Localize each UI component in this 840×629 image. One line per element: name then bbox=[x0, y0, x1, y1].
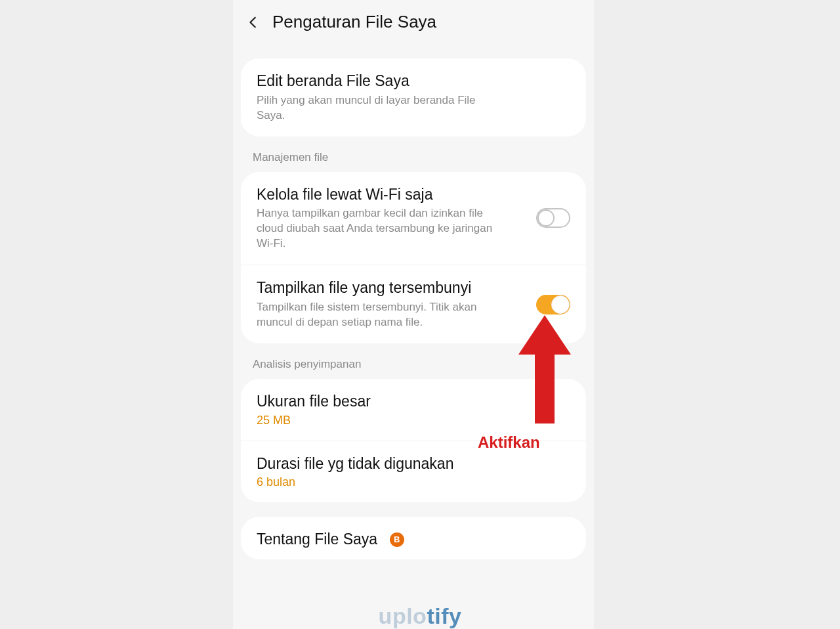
card-storage-analysis: Ukuran file besar 25 MB Durasi file yg t… bbox=[241, 379, 586, 503]
card-edit-home: Edit beranda File Saya Pilih yang akan m… bbox=[241, 58, 586, 137]
row-show-hidden-files[interactable]: Tampilkan file yang tersembunyi Tampilka… bbox=[241, 265, 586, 343]
header-bar: Pengaturan File Saya bbox=[233, 0, 594, 58]
row-about-my-files[interactable]: Tentang File Saya B bbox=[241, 517, 586, 559]
row-title: Ukuran file besar bbox=[257, 392, 570, 411]
section-label-storage-analysis: Analisis penyimpanan bbox=[233, 358, 594, 379]
row-value: 25 MB bbox=[257, 414, 570, 427]
section-label-file-management: Manajemen file bbox=[233, 151, 594, 172]
row-title: Edit beranda File Saya bbox=[257, 72, 570, 91]
card-about: Tentang File Saya B bbox=[241, 517, 586, 559]
row-title: Durasi file yg tidak digunakan bbox=[257, 454, 570, 473]
row-wifi-only[interactable]: Kelola file lewat Wi-Fi saja Hanya tampi… bbox=[241, 172, 586, 265]
settings-screen: Pengaturan File Saya Edit beranda File S… bbox=[233, 0, 594, 629]
update-badge-icon: B bbox=[390, 532, 404, 547]
back-icon[interactable] bbox=[246, 15, 261, 30]
row-title: Kelola file lewat Wi-Fi saja bbox=[257, 185, 527, 204]
row-subtitle: Pilih yang akan muncul di layar beranda … bbox=[257, 93, 493, 123]
page-title: Pengaturan File Saya bbox=[272, 12, 436, 32]
row-title: Tampilkan file yang tersembunyi bbox=[257, 278, 527, 297]
row-subtitle: Tampilkan file sistem tersembunyi. Titik… bbox=[257, 300, 493, 330]
row-edit-home[interactable]: Edit beranda File Saya Pilih yang akan m… bbox=[241, 58, 586, 137]
row-title: Tentang File Saya bbox=[257, 531, 377, 548]
row-subtitle: Hanya tampilkan gambar kecil dan izinkan… bbox=[257, 206, 493, 251]
toggle-knob bbox=[537, 209, 555, 227]
row-value: 6 bulan bbox=[257, 475, 570, 489]
toggle-knob bbox=[551, 295, 570, 314]
card-file-management: Kelola file lewat Wi-Fi saja Hanya tampi… bbox=[241, 172, 586, 343]
wifi-only-toggle[interactable] bbox=[536, 208, 570, 228]
show-hidden-toggle[interactable] bbox=[536, 295, 570, 314]
row-large-file-size[interactable]: Ukuran file besar 25 MB bbox=[241, 379, 586, 441]
row-unused-duration[interactable]: Durasi file yg tidak digunakan 6 bulan bbox=[241, 441, 586, 503]
